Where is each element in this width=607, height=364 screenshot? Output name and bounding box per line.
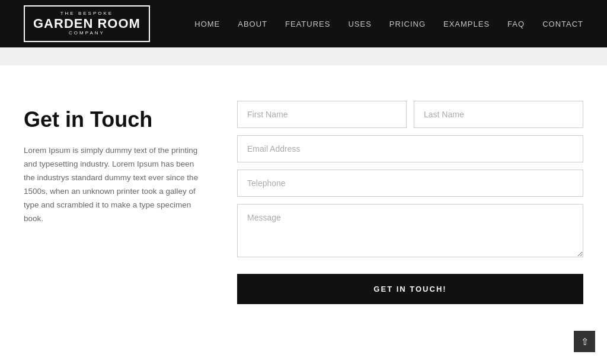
message-row [237,204,583,267]
message-field [237,204,583,267]
logo[interactable]: THE BESPOKE GARDEN ROOM COMPANY [24,5,150,42]
email-input[interactable] [237,135,583,162]
nav-about[interactable]: ABOUT [238,20,267,28]
telephone-row [237,170,583,197]
telephone-field [237,170,583,197]
first-name-field [237,101,407,128]
left-column: Get in Touch Lorem Ipsum is simply dummy… [24,101,202,226]
nav-pricing[interactable]: PRICING [389,20,426,28]
nav-contact[interactable]: CONTACT [542,20,583,28]
nav-uses[interactable]: USES [348,20,371,28]
submit-button[interactable]: GET IN TOUCH! [237,274,583,304]
site-header: THE BESPOKE GARDEN ROOM COMPANY HOME ABO… [0,0,607,47]
last-name-field [414,101,583,128]
back-to-top-button[interactable]: ⇧ [574,331,595,352]
email-field [237,135,583,162]
logo-main: GARDEN ROOM [33,17,140,31]
last-name-input[interactable] [414,101,583,128]
main-content: Get in Touch Lorem Ipsum is simply dummy… [0,65,607,352]
contact-form-container: GET IN TOUCH! [237,101,583,304]
nav-examples[interactable]: EXAMPLES [443,20,490,28]
name-row [237,101,583,128]
logo-bottom: COMPANY [69,31,105,36]
sub-bar [0,47,607,65]
section-body: Lorem Ipsum is simply dummy text of the … [24,144,202,226]
nav-features[interactable]: FEATURES [285,20,330,28]
email-row [237,135,583,162]
nav-home[interactable]: HOME [194,20,220,28]
nav-faq[interactable]: FAQ [507,20,525,28]
main-nav: HOME ABOUT FEATURES USES PRICING EXAMPLE… [194,20,583,28]
telephone-input[interactable] [237,170,583,197]
first-name-input[interactable] [237,101,407,128]
section-heading: Get in Touch [24,107,202,132]
message-input[interactable] [237,204,583,257]
